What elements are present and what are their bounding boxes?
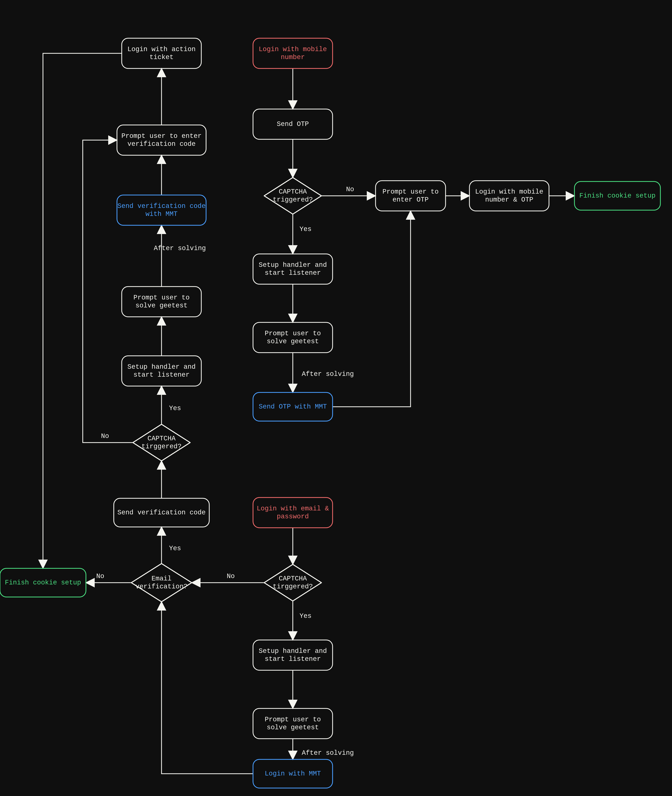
node-m_setup: Setup handler andstart listener	[253, 254, 333, 284]
node-label: verification?	[135, 583, 187, 591]
node-label: start listener	[265, 269, 321, 277]
node-label: enter OTP	[392, 196, 429, 203]
node-label: Setup handler and	[259, 647, 327, 655]
node-label: solve geetest	[267, 724, 319, 731]
node-label: tirggered?	[273, 583, 313, 591]
node-m_sendotp: Send OTP	[253, 109, 333, 139]
node-label: verification code	[128, 140, 195, 148]
node-label: start listener	[133, 371, 190, 379]
node-label: password	[277, 513, 309, 521]
svg-rect-20	[117, 195, 206, 225]
node-label: solve geetest	[267, 338, 319, 345]
node-label: triggered?	[273, 196, 313, 203]
svg-rect-18	[122, 356, 201, 386]
node-m_solve: Prompt user tosolve geetest	[253, 322, 333, 352]
node-e_setup: Setup handler andstart listener	[253, 640, 333, 670]
node-label: solve geetest	[135, 302, 187, 309]
svg-rect-22	[122, 38, 201, 69]
node-label: Login with action	[128, 45, 195, 53]
node-e_start: Login with email &password	[253, 498, 333, 528]
node-label: number	[281, 53, 305, 61]
node-e_setup2: Setup handler andstart listener	[122, 356, 201, 386]
svg-rect-11	[253, 640, 333, 670]
edge-label: After solving	[302, 370, 354, 378]
node-label: CAPTCHA	[279, 575, 307, 583]
svg-marker-17	[133, 424, 190, 461]
node-label: Prompt user to	[382, 188, 439, 195]
node-m_login: Login with mobilenumber & OTP	[469, 181, 549, 211]
edge-label: Yes	[169, 405, 181, 412]
svg-marker-2	[264, 178, 322, 214]
node-label: Login with mobile	[259, 45, 327, 53]
node-e_sendv: Send verification code	[114, 498, 209, 527]
node-label: Send OTP	[277, 120, 309, 128]
node-label: CAPTCHA	[147, 435, 176, 442]
svg-rect-19	[122, 287, 201, 317]
node-label: ticket	[149, 53, 173, 61]
node-e_cap2: CAPTCHAtirggered?	[133, 424, 190, 461]
node-label: Finish cookie setup	[579, 192, 656, 200]
node-label: Send verification code	[117, 202, 206, 210]
edge-label: No	[227, 572, 235, 580]
svg-rect-12	[253, 708, 333, 739]
node-e_cap: CAPTCHAtirggered?	[264, 564, 322, 601]
node-label: Login with MMT	[265, 770, 321, 778]
node-label: Prompt user to enter	[122, 132, 202, 140]
node-e_email: Emailverification?	[131, 564, 192, 602]
node-label: number & OTP	[485, 196, 533, 203]
edge-label: Yes	[299, 612, 312, 620]
node-e_solve: Prompt user tosolve geetest	[253, 708, 333, 739]
node-label: Setup handler and	[259, 261, 327, 269]
svg-rect-7	[469, 181, 549, 211]
edge-label: No	[96, 572, 104, 580]
svg-rect-6	[376, 181, 446, 211]
svg-rect-0	[253, 38, 333, 69]
edge-label: No	[346, 186, 354, 193]
edge-label: No	[101, 432, 109, 440]
node-label: Prompt user to	[265, 716, 321, 723]
edge-label: After solving	[302, 749, 354, 757]
svg-rect-3	[253, 254, 333, 284]
node-m_finish: Finish cookie setup	[574, 181, 661, 210]
flowchart-canvas: Login with mobilenumberSend OTPCAPTCHAtr…	[0, 0, 672, 796]
node-e_prompt: Prompt user to enterverification code	[117, 125, 206, 155]
edge-label: Yes	[299, 226, 312, 233]
node-m_sendmmt: Send OTP with MMT	[253, 392, 333, 421]
node-label: Prompt user to	[265, 330, 321, 337]
node-label: Login with email &	[257, 505, 329, 513]
edge-emmt-eemail	[162, 602, 253, 774]
edge-label: Yes	[169, 545, 181, 552]
svg-rect-4	[253, 322, 333, 352]
node-label: Finish cookie setup	[5, 579, 81, 586]
node-e_solve2: Prompt user tosolve geetest	[122, 287, 201, 317]
node-e_sendmmt: Send verification codewith MMT	[117, 195, 206, 225]
node-label: Prompt user to	[133, 294, 190, 301]
node-e_mmt: Login with MMT	[253, 759, 333, 788]
node-e_ticket: Login with actionticket	[122, 38, 201, 69]
node-m_prompt: Prompt user toenter OTP	[376, 181, 446, 211]
node-label: Send OTP with MMT	[259, 403, 327, 411]
node-label: tirggered?	[141, 443, 182, 450]
node-label: with MMT	[146, 210, 178, 218]
svg-rect-21	[117, 125, 206, 155]
node-label: Send verification code	[117, 509, 206, 516]
svg-marker-10	[264, 564, 322, 601]
svg-rect-9	[253, 498, 333, 528]
edge-ecap2-eprompt	[83, 140, 133, 442]
node-label: start listener	[265, 655, 321, 663]
svg-marker-14	[131, 564, 192, 602]
node-label: Email	[152, 575, 171, 583]
node-label: Login with mobile	[475, 188, 543, 195]
node-m_cap: CAPTCHAtriggered?	[264, 178, 322, 214]
node-label: CAPTCHA	[279, 188, 307, 195]
edge-label: After solving	[154, 245, 206, 252]
node-label: Setup handler and	[128, 363, 195, 371]
node-e_finish: Finish cookie setup	[0, 569, 86, 597]
node-m_start: Login with mobilenumber	[253, 38, 333, 69]
